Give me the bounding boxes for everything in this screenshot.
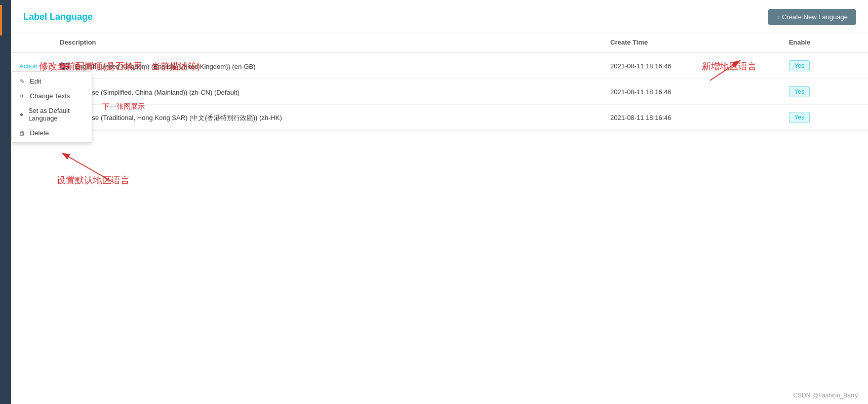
create-time-cell-1: 2021-08-11 18:16:46 [602, 53, 781, 79]
description-cell-3: 🇭🇰 Chinese (Traditional, Hong Kong SAR) … [52, 105, 602, 131]
flag-icon-1: 🇬🇧 [60, 62, 70, 70]
dropdown-label-change-texts: Change Texts [30, 92, 70, 100]
description-text-3: Chinese (Traditional, Hong Kong SAR) (中文… [75, 114, 282, 122]
dropdown-label-delete: Delete [30, 129, 49, 137]
delete-icon: 🗑 [19, 130, 26, 137]
table-row: Action 🇨🇳 Chinese (Simplified, China (Ma… [11, 79, 868, 105]
sidebar-accent [0, 5, 2, 35]
dropdown-item-edit[interactable]: ✎ Edit [12, 74, 92, 89]
footer-credit: CSDN @Fashion_Barry [793, 392, 858, 399]
enable-badge-3: Yes [789, 112, 810, 123]
dropdown-item-delete[interactable]: 🗑 Delete [12, 126, 92, 140]
table-row: Action ✎ Edit ✈ Change Texts [11, 53, 868, 79]
table-row: Action 🇭🇰 Chinese (Traditional, Hong Kon… [11, 105, 868, 131]
sidebar [0, 0, 11, 404]
description-text-2: Chinese (Simplified, China (Mainland)) (… [75, 89, 240, 96]
col-description: Description [52, 32, 602, 53]
table-header-row: Description Create Time Enable [11, 32, 868, 53]
description-text-1: English (United Kingdom) (English (Unite… [75, 63, 256, 70]
dropdown-label-edit: Edit [30, 77, 41, 85]
create-new-language-button[interactable]: + Create New Language [768, 9, 856, 25]
enable-cell-1: Yes [781, 53, 868, 79]
col-action [11, 32, 52, 53]
page-wrapper: Label Language + Create New Language Des… [0, 0, 868, 404]
create-time-cell-3: 2021-08-11 18:16:46 [602, 105, 781, 131]
dropdown-menu: ✎ Edit ✈ Change Texts ● Set as Default L… [11, 71, 92, 143]
enable-badge-1: Yes [789, 60, 810, 71]
enable-cell-3: Yes [781, 105, 868, 131]
create-time-cell-2: 2021-08-11 18:16:46 [602, 79, 781, 105]
page-title: Label Language [23, 12, 93, 22]
dropdown-item-set-default[interactable]: ● Set as Default Language [12, 103, 92, 126]
main-content: Label Language + Create New Language Des… [11, 0, 868, 404]
svg-line-3 [62, 153, 112, 182]
header: Label Language + Create New Language [11, 0, 868, 32]
languages-table: Description Create Time Enable Action [11, 32, 868, 131]
set-default-icon: ● [19, 111, 24, 118]
edit-icon: ✎ [19, 78, 26, 85]
enable-badge-2: Yes [789, 86, 810, 97]
action-button-1[interactable]: Action [19, 62, 37, 70]
description-cell-2: 🇨🇳 Chinese (Simplified, China (Mainland)… [52, 79, 602, 105]
col-create-time: Create Time [602, 32, 781, 53]
action-cell-1: Action ✎ Edit ✈ Change Texts [11, 53, 52, 79]
change-texts-icon: ✈ [19, 93, 26, 100]
col-enable: Enable [781, 32, 868, 53]
dropdown-item-change-texts[interactable]: ✈ Change Texts [12, 89, 92, 103]
description-cell-1: 🇬🇧 English (United Kingdom) (English (Un… [52, 53, 602, 79]
annotation-set-default: 设置默认地区语言 [57, 174, 130, 186]
dropdown-label-set-default: Set as Default Language [28, 107, 85, 122]
enable-cell-2: Yes [781, 79, 868, 105]
table-container: Description Create Time Enable Action [11, 32, 868, 404]
